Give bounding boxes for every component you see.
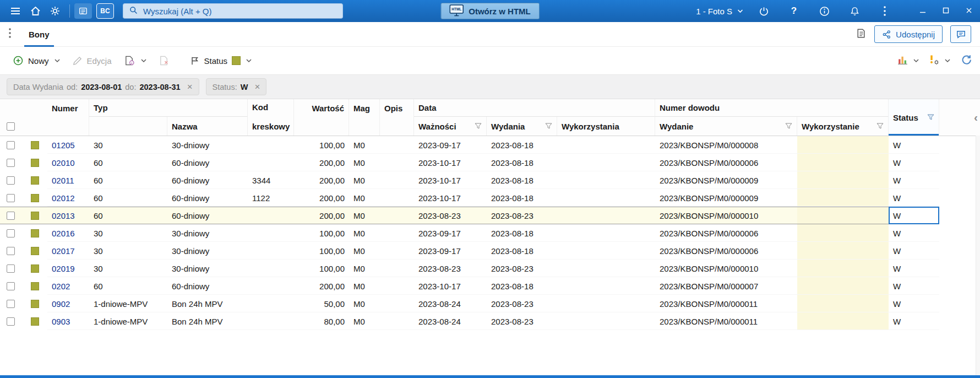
row-checkbox[interactable] xyxy=(7,229,15,237)
chart-analysis-icon[interactable] xyxy=(897,54,908,68)
home-icon[interactable] xyxy=(25,2,45,20)
processes-alert-icon[interactable] xyxy=(927,54,940,68)
remove-status-filter-icon[interactable]: × xyxy=(254,82,260,91)
header-dowod-wykorzystanie[interactable]: Wykorzystanie xyxy=(797,117,889,136)
table-row[interactable]: 02019 30 30-dniowy 100,00 M0 2023-08-23 … xyxy=(0,260,980,277)
news-app-icon[interactable] xyxy=(74,3,92,19)
cell-status[interactable]: W xyxy=(889,295,939,312)
share-button[interactable]: Udostępnij xyxy=(874,25,943,43)
chevron-down-icon[interactable] xyxy=(945,59,950,63)
power-icon[interactable] xyxy=(754,2,774,20)
cell-dowod-wykorzystanie[interactable] xyxy=(797,154,889,171)
table-row[interactable]: 02010 60 60-dniowy 200,00 M0 2023-10-17 … xyxy=(0,154,980,171)
table-row[interactable]: 02016 30 30-dniowy 100,00 M0 2023-09-17 … xyxy=(0,224,980,242)
close-button[interactable] xyxy=(966,6,972,16)
select-all-checkbox[interactable] xyxy=(7,122,15,131)
cell-dowod-wykorzystanie[interactable] xyxy=(797,207,889,224)
minimize-button[interactable] xyxy=(919,6,926,16)
row-checkbox[interactable] xyxy=(7,141,15,149)
table-row[interactable]: 0202 60 60-dniowy 200,00 M0 2023-10-17 2… xyxy=(0,277,980,295)
header-typ[interactable]: Typ xyxy=(89,99,248,117)
cell-dowod-wykorzystanie[interactable] xyxy=(797,242,889,260)
header-dowod-wydanie[interactable]: Wydanie xyxy=(655,117,797,136)
more-options-icon[interactable] xyxy=(875,2,895,20)
filter-funnel-icon[interactable] xyxy=(785,123,792,129)
bc-app-icon[interactable]: BC xyxy=(96,3,114,19)
table-row[interactable]: 02013 60 60-dniowy 200,00 M0 2023-08-23 … xyxy=(0,207,980,224)
cell-status[interactable]: W xyxy=(889,189,939,207)
row-checkbox[interactable] xyxy=(7,176,15,185)
cell-status[interactable]: W xyxy=(889,154,939,171)
table-row[interactable]: 0902 1-dniowe-MPV Bon 24h MPV 50,00 M0 2… xyxy=(0,295,980,312)
row-checkbox[interactable] xyxy=(7,247,15,255)
horizontal-scrollbar[interactable] xyxy=(0,375,980,378)
header-numer[interactable]: Numer xyxy=(47,99,89,136)
chevron-down-icon[interactable] xyxy=(913,59,919,63)
table-row[interactable]: 0903 1-dniowe-MPV Bon 24h MPV 80,00 M0 2… xyxy=(0,312,980,330)
table-row[interactable]: 02012 60 60-dniowy 1122 200,00 M0 2023-1… xyxy=(0,189,980,207)
header-status[interactable]: Status xyxy=(889,99,939,136)
collapse-panel-icon[interactable]: ‹ xyxy=(974,111,978,124)
open-in-html-button[interactable]: HTML Otwórz w HTML xyxy=(440,3,540,19)
row-checkbox[interactable] xyxy=(7,300,15,308)
remove-date-filter-icon[interactable]: × xyxy=(187,82,193,91)
cell-status[interactable]: W xyxy=(889,260,939,277)
header-wydania[interactable]: Wydania xyxy=(487,117,557,136)
cell-dowod-wykorzystanie[interactable] xyxy=(797,189,889,207)
header-mag[interactable]: Mag xyxy=(349,99,380,136)
header-waznosci[interactable]: Ważności xyxy=(414,117,487,136)
header-wartosc[interactable]: Wartość xyxy=(294,99,349,136)
row-checkbox[interactable] xyxy=(7,194,15,202)
cell-dowod-wykorzystanie[interactable] xyxy=(797,295,889,312)
filter-funnel-icon-active[interactable] xyxy=(927,114,934,121)
settings-gear-icon[interactable] xyxy=(45,2,65,20)
header-opis[interactable]: Opis xyxy=(380,99,414,136)
cell-dowod-wykorzystanie[interactable] xyxy=(797,136,889,154)
vertical-scrollbar[interactable] xyxy=(976,136,980,375)
table-row[interactable]: 01205 30 30-dniowy 100,00 M0 2023-09-17 … xyxy=(0,136,980,154)
search-input[interactable]: Wyszukaj (Alt + Q) xyxy=(123,3,343,19)
cell-status[interactable]: W xyxy=(889,242,939,260)
cell-status[interactable]: W xyxy=(889,277,939,295)
row-checkbox[interactable] xyxy=(7,264,15,273)
tab-bony[interactable]: Bony xyxy=(29,22,50,47)
cell-dowod-wykorzystanie[interactable] xyxy=(797,260,889,277)
cell-status[interactable]: W xyxy=(889,207,939,224)
info-icon[interactable] xyxy=(814,2,834,20)
notifications-bell-icon[interactable] xyxy=(845,2,864,20)
hamburger-menu-icon[interactable] xyxy=(6,2,25,20)
chat-button[interactable] xyxy=(950,25,971,43)
row-checkbox[interactable] xyxy=(7,317,15,326)
cell-dowod-wykorzystanie[interactable] xyxy=(797,224,889,242)
filter-chip-status[interactable]: Status: W × xyxy=(206,78,267,95)
header-kod-kreskowy[interactable]: Kod kreskowy xyxy=(248,99,294,136)
filter-chip-date[interactable]: Data Wydania od: 2023-08-01 do: 2023-08-… xyxy=(7,78,199,95)
help-icon[interactable]: ? xyxy=(784,2,804,20)
refresh-icon[interactable] xyxy=(961,54,972,68)
cell-dowod-wykorzystanie[interactable] xyxy=(797,312,889,330)
filter-funnel-icon[interactable] xyxy=(475,123,482,129)
maximize-button[interactable] xyxy=(943,6,949,16)
document-pages-icon[interactable] xyxy=(855,28,867,41)
status-dropdown-button[interactable]: Status xyxy=(185,52,257,70)
filter-funnel-icon[interactable] xyxy=(876,123,884,129)
cell-gutter xyxy=(939,277,980,295)
row-checkbox[interactable] xyxy=(7,159,15,167)
cell-status[interactable]: W xyxy=(889,171,939,189)
document-info-button[interactable] xyxy=(119,51,151,70)
table-row[interactable]: 02017 30 30-dniowy 100,00 M0 2023-09-17 … xyxy=(0,242,980,260)
row-checkbox[interactable] xyxy=(7,212,15,220)
header-nazwa[interactable]: Nazwa xyxy=(167,117,248,136)
cell-status[interactable]: W xyxy=(889,312,939,330)
table-row[interactable]: 02011 60 60-dniowy 3344 200,00 M0 2023-1… xyxy=(0,171,980,189)
header-wykorzystania[interactable]: Wykorzystania xyxy=(557,117,655,136)
cell-dowod-wykorzystanie[interactable] xyxy=(797,171,889,189)
company-selector[interactable]: 1 - Foto S xyxy=(696,7,743,16)
filter-funnel-icon[interactable] xyxy=(545,123,552,129)
cell-dowod-wykorzystanie[interactable] xyxy=(797,277,889,295)
row-checkbox[interactable] xyxy=(7,282,15,290)
tab-context-menu-icon[interactable] xyxy=(9,28,11,40)
cell-status[interactable]: W xyxy=(889,136,939,154)
new-button[interactable]: Nowy xyxy=(8,51,65,70)
cell-status[interactable]: W xyxy=(889,224,939,242)
